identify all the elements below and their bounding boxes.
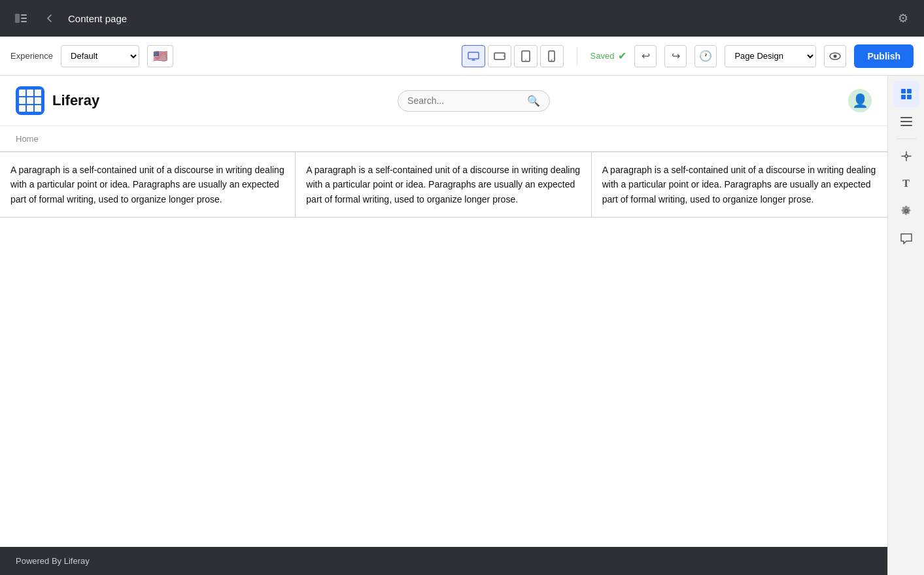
brand-logo-dot — [35, 90, 41, 96]
mapping-icon — [900, 150, 912, 162]
svg-rect-7 — [494, 53, 505, 59]
brand: Liferay — [16, 86, 99, 115]
style-icon: T — [902, 178, 910, 189]
preview-nav: Home — [0, 126, 887, 152]
search-input[interactable] — [407, 95, 522, 106]
experience-label: Experience — [10, 51, 53, 61]
page-preview: Liferay 🔍 👤 Home A paragraph is a self-c… — [0, 76, 887, 575]
redo-button[interactable]: ↪ — [664, 45, 687, 67]
page-design-select[interactable]: Page Design — [725, 45, 816, 67]
undo-button[interactable]: ↩ — [634, 45, 657, 67]
brand-logo-dot — [27, 97, 33, 104]
svg-rect-0 — [15, 14, 20, 23]
brand-name: Liferay — [52, 92, 99, 109]
history-button[interactable]: 🕐 — [694, 45, 717, 67]
svg-point-8 — [503, 56, 504, 57]
svg-point-10 — [525, 59, 526, 61]
tablet-vertical-icon — [521, 50, 530, 62]
column-text-3: A paragraph is a self-contained unit of … — [592, 152, 887, 218]
sidebar-style-button[interactable]: T — [893, 171, 919, 197]
content-area: Liferay 🔍 👤 Home A paragraph is a self-c… — [0, 76, 887, 575]
svg-rect-6 — [471, 60, 476, 61]
back-icon — [44, 13, 55, 24]
tablet-horizontal-icon — [494, 52, 505, 61]
svg-rect-20 — [900, 121, 912, 122]
brand-logo — [16, 86, 44, 115]
brand-logo-grid — [19, 90, 41, 112]
sidebar-toggle-button[interactable] — [10, 8, 31, 29]
svg-rect-2 — [21, 18, 27, 19]
tablet-vertical-view-button[interactable] — [514, 45, 538, 67]
svg-rect-4 — [468, 52, 479, 59]
desktop-icon — [468, 52, 479, 61]
svg-rect-15 — [901, 89, 906, 93]
brand-logo-dot — [27, 90, 33, 96]
svg-rect-5 — [472, 59, 475, 61]
page-title: Content page — [68, 13, 127, 24]
brand-logo-dot — [19, 97, 26, 104]
breadcrumb: Home — [16, 134, 39, 144]
saved-label: Saved — [590, 51, 615, 61]
svg-rect-19 — [900, 117, 912, 118]
svg-rect-12 — [551, 59, 553, 60]
comments-icon — [900, 233, 912, 244]
brand-logo-dot — [27, 105, 33, 112]
list-icon — [900, 116, 912, 127]
toolbar-divider-1 — [577, 47, 577, 65]
gear-settings-icon — [900, 205, 912, 217]
experience-select[interactable]: Default — [61, 45, 139, 67]
sidebar-comments-button[interactable] — [893, 225, 919, 252]
device-buttons — [462, 45, 564, 67]
right-sidebar: T — [887, 76, 924, 575]
settings-button[interactable]: ⚙ — [893, 8, 914, 29]
main-layout: Liferay 🔍 👤 Home A paragraph is a self-c… — [0, 76, 924, 575]
svg-rect-17 — [901, 95, 906, 99]
preview-header: Liferay 🔍 👤 — [0, 76, 887, 126]
brand-logo-dot — [19, 90, 26, 96]
sidebar-toggle-icon — [15, 14, 27, 23]
sidebar-fragments-button[interactable] — [893, 81, 919, 107]
preview-button[interactable] — [824, 45, 846, 67]
brand-logo-dot — [35, 97, 41, 104]
top-bar-left: Content page — [10, 8, 127, 29]
saved-check-icon: ✔ — [618, 50, 626, 62]
svg-point-14 — [834, 54, 837, 58]
footer-text: Powered By Liferay — [16, 556, 90, 566]
svg-rect-1 — [21, 14, 27, 16]
svg-rect-18 — [907, 95, 912, 99]
sidebar-settings-button[interactable] — [893, 198, 919, 224]
mobile-icon — [548, 50, 555, 62]
svg-rect-3 — [21, 21, 27, 22]
language-flag-button[interactable]: 🇺🇸 — [147, 45, 173, 67]
saved-status: Saved ✔ — [590, 50, 627, 62]
sidebar-mapping-button[interactable] — [893, 143, 919, 169]
search-icon: 🔍 — [527, 95, 540, 107]
eye-icon — [829, 52, 841, 61]
toolbar: Experience Default 🇺🇸 — [0, 37, 924, 76]
avatar: 👤 — [848, 89, 872, 112]
svg-point-22 — [905, 155, 908, 157]
column-text-2: A paragraph is a self-contained unit of … — [296, 152, 591, 218]
sidebar-separator-1 — [897, 139, 916, 139]
brand-logo-dot — [19, 105, 26, 112]
page-footer: Powered By Liferay — [0, 547, 887, 575]
back-button[interactable] — [39, 8, 60, 29]
brand-logo-dot — [35, 105, 41, 112]
preview-search[interactable]: 🔍 — [398, 90, 550, 112]
mobile-view-button[interactable] — [540, 45, 564, 67]
svg-rect-21 — [900, 125, 912, 126]
column-text-1: A paragraph is a self-contained unit of … — [0, 152, 296, 218]
svg-rect-16 — [907, 89, 912, 93]
top-bar: Content page ⚙ — [0, 0, 924, 37]
sidebar-page-elements-button[interactable] — [893, 108, 919, 135]
three-column-section: A paragraph is a self-contained unit of … — [0, 152, 887, 218]
desktop-view-button[interactable] — [462, 45, 485, 67]
tablet-horizontal-view-button[interactable] — [488, 45, 511, 67]
publish-button[interactable]: Publish — [854, 44, 914, 68]
flag-icon: 🇺🇸 — [153, 49, 167, 63]
grid-icon — [900, 88, 913, 101]
